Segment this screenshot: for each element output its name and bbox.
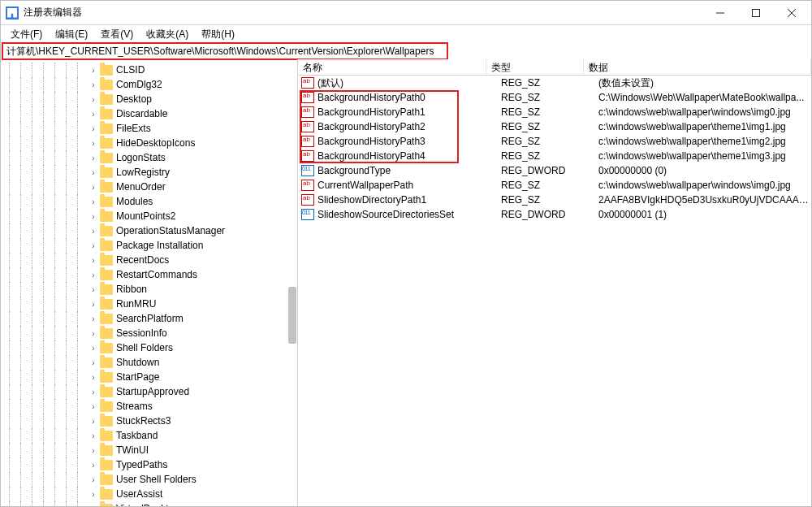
tree-item[interactable]: ›Package Installation bbox=[1, 238, 297, 253]
tree-item-label: Desktop bbox=[116, 93, 152, 105]
tree-item[interactable]: ›User Shell Folders bbox=[1, 472, 297, 487]
tree-item[interactable]: ›MountPoints2 bbox=[1, 209, 297, 223]
value-row[interactable]: BackgroundHistoryPath1REG_SZc:\windows\w… bbox=[298, 105, 811, 119]
tree-item[interactable]: ›Shell Folders bbox=[1, 340, 297, 355]
menu-favorites[interactable]: 收藏夹(A) bbox=[140, 27, 195, 42]
expand-icon[interactable]: › bbox=[89, 446, 98, 455]
menu-edit[interactable]: 编辑(E) bbox=[49, 27, 94, 42]
expand-icon[interactable]: › bbox=[89, 271, 98, 280]
menu-file[interactable]: 文件(F) bbox=[4, 27, 49, 42]
col-header-type[interactable]: 类型 bbox=[486, 59, 584, 75]
expand-icon[interactable]: › bbox=[89, 95, 98, 104]
value-row[interactable]: CurrentWallpaperPathREG_SZc:\windows\web… bbox=[298, 178, 811, 193]
expand-icon[interactable]: › bbox=[89, 66, 98, 75]
tree-item[interactable]: ›Shutdown bbox=[1, 355, 297, 370]
menu-help[interactable]: 帮助(H) bbox=[195, 27, 241, 42]
tree-item-label: RecentDocs bbox=[116, 254, 169, 266]
expand-icon[interactable]: › bbox=[89, 227, 98, 236]
value-name: BackgroundHistoryPath3 bbox=[317, 136, 501, 147]
tree-item[interactable]: ›Discardable bbox=[1, 106, 297, 121]
col-header-data[interactable]: 数据 bbox=[584, 59, 811, 75]
expand-icon[interactable]: › bbox=[89, 358, 98, 367]
tree-item[interactable]: ›VirtualDesktops bbox=[1, 501, 297, 506]
expand-icon[interactable]: › bbox=[89, 168, 98, 177]
minimize-button[interactable] bbox=[702, 2, 738, 24]
tree-item[interactable]: ›StartPage bbox=[1, 370, 297, 384]
tree-item[interactable]: ›Taskband bbox=[1, 428, 297, 443]
expand-icon[interactable]: › bbox=[89, 461, 98, 470]
value-data: c:\windows\web\wallpaper\theme1\img2.jpg bbox=[598, 136, 811, 147]
expand-icon[interactable]: › bbox=[89, 475, 98, 484]
tree-item[interactable]: ›OperationStatusManager bbox=[1, 223, 297, 238]
tree-item[interactable]: ›HideDesktopIcons bbox=[1, 136, 297, 150]
tree-item[interactable]: ›LowRegistry bbox=[1, 165, 297, 180]
value-row[interactable]: SlideshowDirectoryPath1REG_SZ2AAFA8BVIgk… bbox=[298, 193, 811, 207]
folder-icon bbox=[100, 226, 113, 236]
expand-icon[interactable]: › bbox=[89, 256, 98, 265]
expand-icon[interactable]: › bbox=[89, 431, 98, 440]
expand-icon[interactable]: › bbox=[89, 314, 98, 323]
expand-icon[interactable]: › bbox=[89, 139, 98, 148]
tree-pane[interactable]: ›CLSID›ComDlg32›Desktop›Discardable›File… bbox=[1, 59, 298, 506]
expand-icon[interactable]: › bbox=[89, 505, 98, 507]
tree-item[interactable]: ›TypedPaths bbox=[1, 457, 297, 472]
value-row[interactable]: (默认)REG_SZ(数值未设置) bbox=[298, 76, 811, 90]
tree-item[interactable]: ›RecentDocs bbox=[1, 253, 297, 267]
address-text: 计算机\HKEY_CURRENT_USER\Software\Microsoft… bbox=[6, 45, 434, 58]
expand-icon[interactable]: › bbox=[89, 154, 98, 162]
value-row[interactable]: BackgroundTypeREG_DWORD0x00000000 (0) bbox=[298, 163, 811, 178]
expand-icon[interactable]: › bbox=[89, 197, 98, 206]
maximize-button[interactable] bbox=[738, 2, 774, 24]
value-type: REG_SZ bbox=[501, 180, 598, 191]
expand-icon[interactable]: › bbox=[89, 110, 98, 119]
expand-icon[interactable]: › bbox=[89, 490, 98, 499]
expand-icon[interactable]: › bbox=[89, 329, 98, 338]
tree-item[interactable]: ›StuckRects3 bbox=[1, 414, 297, 428]
value-row[interactable]: BackgroundHistoryPath0REG_SZC:\Windows\W… bbox=[298, 90, 811, 105]
expand-icon[interactable]: › bbox=[89, 344, 98, 353]
expand-icon[interactable]: › bbox=[89, 241, 98, 250]
expand-icon[interactable]: › bbox=[89, 402, 98, 411]
tree-item[interactable]: ›UserAssist bbox=[1, 487, 297, 501]
expand-icon[interactable]: › bbox=[89, 183, 98, 192]
close-button[interactable] bbox=[774, 2, 810, 24]
value-row[interactable]: BackgroundHistoryPath4REG_SZc:\windows\w… bbox=[298, 149, 811, 163]
scrollbar-thumb[interactable] bbox=[288, 287, 296, 344]
tree-item[interactable]: ›Modules bbox=[1, 194, 297, 209]
tree-item[interactable]: ›SessionInfo bbox=[1, 326, 297, 340]
expand-icon[interactable]: › bbox=[89, 80, 98, 89]
value-name: BackgroundHistoryPath0 bbox=[317, 92, 501, 103]
string-icon bbox=[301, 92, 314, 103]
tree-item[interactable]: ›ComDlg32 bbox=[1, 77, 297, 92]
tree-item[interactable]: ›Ribbon bbox=[1, 282, 297, 297]
value-type: REG_SZ bbox=[501, 194, 598, 206]
tree-item[interactable]: ›Desktop bbox=[1, 92, 297, 106]
tree-item[interactable]: ›FileExts bbox=[1, 121, 297, 136]
tree-item[interactable]: ›CLSID bbox=[1, 63, 297, 77]
expand-icon[interactable]: › bbox=[89, 373, 98, 382]
value-type: REG_SZ bbox=[501, 150, 598, 162]
tree-item[interactable]: ›LogonStats bbox=[1, 150, 297, 165]
folder-icon bbox=[100, 387, 113, 397]
tree-item-label: UserAssist bbox=[116, 488, 162, 500]
tree-item[interactable]: ›MenuOrder bbox=[1, 180, 297, 194]
expand-icon[interactable]: › bbox=[89, 417, 98, 426]
value-row[interactable]: BackgroundHistoryPath3REG_SZc:\windows\w… bbox=[298, 134, 811, 149]
tree-item[interactable]: ›RunMRU bbox=[1, 297, 297, 311]
expand-icon[interactable]: › bbox=[89, 300, 98, 309]
address-bar[interactable]: 计算机\HKEY_CURRENT_USER\Software\Microsoft… bbox=[2, 43, 447, 59]
tree-item[interactable]: ›RestartCommands bbox=[1, 267, 297, 282]
tree-item[interactable]: ›Streams bbox=[1, 399, 297, 414]
tree-item[interactable]: ›SearchPlatform bbox=[1, 311, 297, 326]
value-row[interactable]: BackgroundHistoryPath2REG_SZc:\windows\w… bbox=[298, 119, 811, 134]
expand-icon[interactable]: › bbox=[89, 285, 98, 294]
menu-view[interactable]: 查看(V) bbox=[94, 27, 140, 42]
expand-icon[interactable]: › bbox=[89, 124, 98, 133]
value-row[interactable]: SlideshowSourceDirectoriesSetREG_DWORD0x… bbox=[298, 207, 811, 222]
tree-item[interactable]: ›TWinUI bbox=[1, 443, 297, 457]
expand-icon[interactable]: › bbox=[89, 388, 98, 396]
col-header-name[interactable]: 名称 bbox=[298, 59, 486, 75]
list-pane[interactable]: 名称 类型 数据 (默认)REG_SZ(数值未设置)BackgroundHist… bbox=[298, 59, 811, 506]
expand-icon[interactable]: › bbox=[89, 212, 98, 221]
tree-item[interactable]: ›StartupApproved bbox=[1, 384, 297, 399]
